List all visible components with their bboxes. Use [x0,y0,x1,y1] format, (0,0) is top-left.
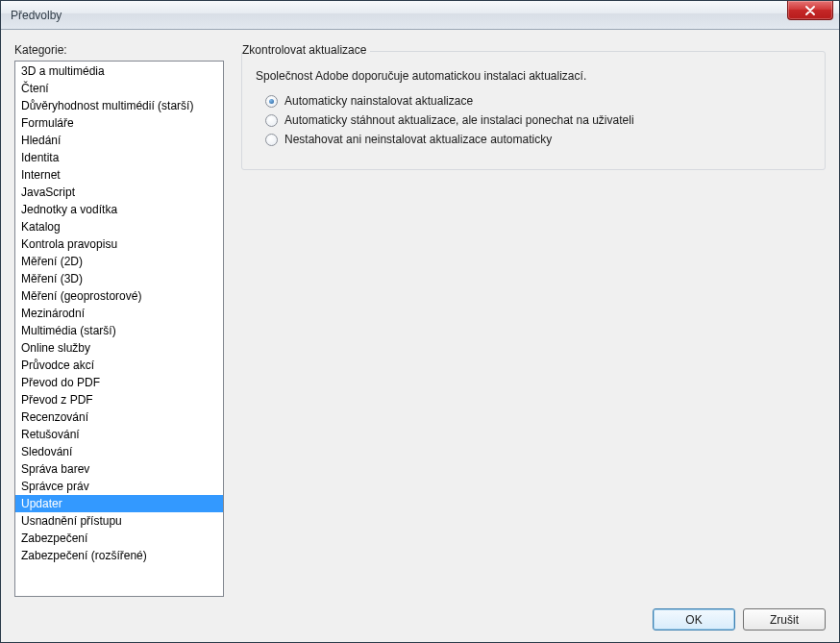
update-option-label: Automaticky nainstalovat aktualizace [284,94,473,108]
cancel-button[interactable]: Zrušit [743,608,826,631]
updates-group: Zkontrolovat aktualizace Společnost Adob… [241,51,826,170]
close-button[interactable] [787,1,833,20]
category-item[interactable]: Zabezpečení [15,530,223,547]
category-item[interactable]: Jednotky a vodítka [15,201,223,218]
window-title: Předvolby [11,9,62,22]
body-area: Kategorie: 3D a multimédiaČteníDůvěryhod… [14,43,826,597]
category-item[interactable]: Převod do PDF [15,374,223,391]
category-item[interactable]: 3D a multimédia [15,62,223,80]
group-title: Zkontrolovat aktualizace [242,43,370,57]
category-item[interactable]: Zabezpečení (rozšířené) [15,547,223,564]
radio-icon [265,114,278,127]
category-listbox[interactable]: 3D a multimédiaČteníDůvěryhodnost multim… [14,61,224,597]
category-item[interactable]: Retušování [15,426,223,443]
radio-icon [265,134,278,146]
category-item[interactable]: Online služby [15,339,223,357]
close-icon [804,6,816,15]
category-item[interactable]: Převod z PDF [15,391,223,408]
category-item[interactable]: Recenzování [15,408,223,426]
category-item[interactable]: Měření (geoprostorové) [15,287,223,305]
update-options-radio-group: Automaticky nainstalovat aktualizaceAuto… [256,94,811,146]
category-item[interactable]: Updater [15,495,223,512]
category-item[interactable]: Důvěryhodnost multimédií (starší) [15,97,223,114]
client-area: Kategorie: 3D a multimédiaČteníDůvěryhod… [1,30,839,642]
category-item[interactable]: Internet [15,166,223,184]
titlebar: Předvolby [1,1,839,30]
update-option[interactable]: Automaticky stáhnout aktualizace, ale in… [265,113,811,127]
category-item[interactable]: Měření (2D) [15,253,223,270]
category-item[interactable]: Měření (3D) [15,270,223,287]
category-item[interactable]: Mezinárodní [15,305,223,322]
category-item[interactable]: Průvodce akcí [15,357,223,374]
dialog-buttons: OK Zrušit [14,608,826,631]
category-item[interactable]: Hledání [15,132,223,149]
category-label: Kategorie: [14,43,224,57]
settings-column: Zkontrolovat aktualizace Společnost Adob… [241,43,826,597]
category-item[interactable]: Správce práv [15,478,223,495]
category-item[interactable]: Identita [15,149,223,166]
category-item[interactable]: Správa barev [15,460,223,478]
category-column: Kategorie: 3D a multimédiaČteníDůvěryhod… [14,43,224,597]
preferences-window: Předvolby Kategorie: 3D a multimédiaČten… [0,0,840,643]
group-description: Společnost Adobe doporučuje automatickou… [256,69,811,83]
category-item[interactable]: Čtení [15,80,223,97]
category-item[interactable]: Usnadnění přístupu [15,512,223,530]
update-option-label: Nestahovat ani neinstalovat aktualizace … [284,133,552,146]
update-option[interactable]: Automaticky nainstalovat aktualizace [265,94,811,108]
update-option-label: Automaticky stáhnout aktualizace, ale in… [284,113,634,127]
category-item[interactable]: Multimédia (starší) [15,322,223,339]
ok-button[interactable]: OK [653,608,735,631]
radio-icon [265,95,278,108]
category-item[interactable]: Katalog [15,218,223,235]
category-item[interactable]: Kontrola pravopisu [15,235,223,253]
category-item[interactable]: JavaScript [15,184,223,201]
category-item[interactable]: Sledování [15,443,223,460]
category-item[interactable]: Formuláře [15,114,223,132]
update-option[interactable]: Nestahovat ani neinstalovat aktualizace … [265,133,811,146]
